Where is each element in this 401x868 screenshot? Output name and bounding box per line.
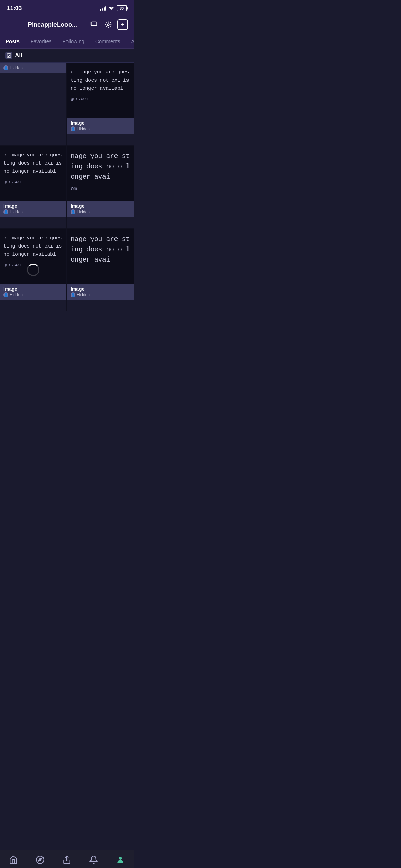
post-error-text: e image you are questing does not exi is… [0, 146, 66, 201]
status-icons: 80 [100, 5, 127, 11]
battery-icon: 80 [117, 5, 127, 11]
header: PineappleLooo... + [0, 15, 134, 34]
post-card: e image you are questing does not exi is… [0, 146, 66, 228]
add-button[interactable]: + [117, 19, 128, 30]
post-card: e image you are questing does not exi is… [67, 63, 134, 145]
loading-spinner [27, 264, 39, 276]
share-button[interactable] [88, 19, 99, 30]
post-footer: Image 👤 Hidden [67, 201, 134, 217]
avatar: 👤 [71, 126, 75, 131]
post-user: 👤 Hidden [3, 292, 63, 297]
post-footer: 👤 Hidden [0, 63, 66, 73]
filter-all-label: All [15, 52, 22, 59]
svg-point-1 [107, 24, 109, 26]
post-user: 👤 Hidden [71, 126, 130, 131]
image-filter-icon [5, 52, 12, 59]
post-title: Image [3, 203, 63, 209]
avatar: 👤 [71, 292, 75, 297]
tab-following[interactable]: Following [57, 34, 90, 48]
post-card: e image you are questing does not exi is… [0, 229, 66, 311]
tabs-bar: Posts Favorites Following Comments About [0, 34, 134, 49]
post-title: Image [71, 120, 130, 126]
avatar: 👤 [3, 65, 8, 70]
post-footer: Image 👤 Hidden [67, 284, 134, 300]
post-title: Image [71, 286, 130, 292]
profile-title: PineappleLooo... [21, 21, 84, 28]
post-card: nage you are sting does no o longer avai… [67, 146, 134, 228]
tab-about[interactable]: About [125, 34, 134, 48]
post-footer: Image 👤 Hidden [0, 284, 66, 300]
avatar: 👤 [3, 292, 8, 297]
status-time: 11:03 [7, 5, 22, 12]
tab-posts[interactable]: Posts [0, 34, 25, 48]
post-footer: Image 👤 Hidden [67, 118, 134, 134]
avatar: 👤 [71, 209, 75, 214]
post-user: 👤 Hidden [71, 209, 130, 214]
status-bar: 11:03 80 [0, 0, 134, 15]
post-card: nage you are sting does no o longer avai… [67, 229, 134, 311]
post-error-text: nage you are sting does no o longer avai… [67, 146, 134, 201]
wifi-icon [108, 5, 114, 11]
post-user: 👤 Hidden [71, 292, 130, 297]
avatar: 👤 [3, 209, 8, 214]
post-footer: Image 👤 Hidden [0, 201, 66, 217]
posts-grid: 👤 Hidden e image you are questing does n… [0, 63, 134, 311]
post-card: 👤 Hidden [0, 63, 66, 145]
svg-point-3 [8, 55, 9, 55]
post-title: Image [71, 203, 130, 209]
settings-button[interactable] [103, 19, 114, 30]
post-user: 👤 Hidden [3, 65, 63, 70]
post-error-text: e image you are questing does not exi is… [67, 63, 134, 118]
post-error-text: nage you are sting does no o longer avai [67, 229, 134, 284]
post-user: 👤 Hidden [3, 209, 63, 214]
tab-favorites[interactable]: Favorites [25, 34, 57, 48]
signal-icon [100, 6, 106, 11]
post-title: Image [3, 286, 63, 292]
filter-bar[interactable]: All [0, 49, 134, 63]
tab-comments[interactable]: Comments [90, 34, 126, 48]
